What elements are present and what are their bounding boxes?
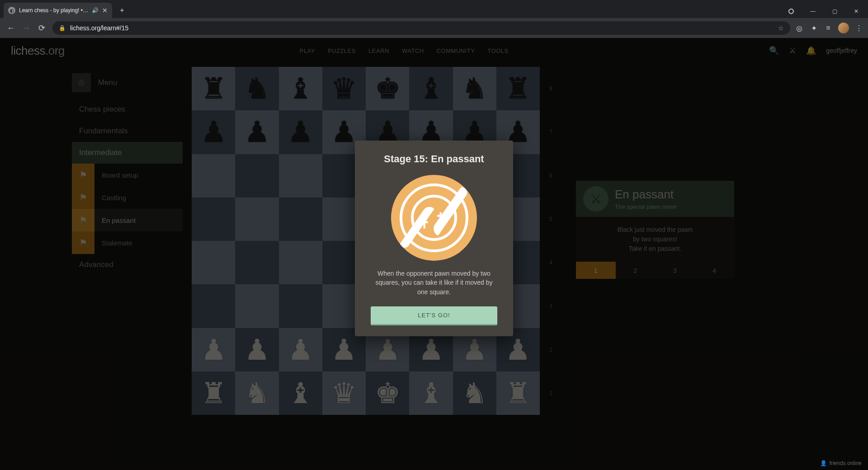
rank-label: 6	[549, 173, 552, 179]
square-c5[interactable]	[279, 197, 322, 241]
rank-label: 2	[549, 347, 552, 353]
level-tab-2[interactable]: 2	[616, 262, 656, 279]
incognito-icon[interactable]	[781, 5, 801, 18]
board-setup-icon: ⚑	[72, 164, 94, 186]
square-b5[interactable]	[235, 197, 278, 241]
reload-button[interactable]: ⟳	[35, 22, 48, 34]
extension-icon-1[interactable]: ◎	[795, 24, 804, 33]
close-tab-icon[interactable]: ✕	[102, 7, 108, 14]
square-a7[interactable]: ♟	[192, 110, 235, 154]
window-controls: — ▢ ✕	[781, 5, 868, 18]
page: lichess.org PLAYPUZZLESLEARNWATCHCOMMUNI…	[0, 38, 868, 470]
square-c7[interactable]: ♟	[279, 110, 322, 154]
piece-p: ♟	[288, 118, 313, 146]
piece-P: ♟	[505, 335, 531, 364]
lesson-castling[interactable]: ⚑Castling	[72, 186, 183, 209]
lets-go-button[interactable]: LET'S GO!	[371, 306, 497, 325]
square-a2[interactable]: ♟	[192, 328, 235, 371]
square-c3[interactable]	[279, 284, 322, 328]
site-logo[interactable]: lichess.org	[11, 44, 65, 58]
piece-p: ♟	[244, 118, 270, 146]
square-a8[interactable]: ♜	[192, 67, 235, 110]
forward-button[interactable]: →	[20, 22, 33, 34]
piece-P: ♟	[462, 335, 487, 364]
browser-tab[interactable]: ◐ Learn chess - by playing! • lic 🔊 ✕	[4, 3, 112, 18]
lesson-stalemate[interactable]: ⚑Stalemate	[72, 231, 183, 254]
square-e8[interactable]: ♚	[366, 67, 409, 110]
square-f1[interactable]: ♝	[409, 371, 453, 415]
square-c1[interactable]: ♝	[279, 371, 322, 415]
piece-p: ♟	[201, 118, 226, 146]
nav-item-watch[interactable]: WATCH	[402, 47, 424, 54]
nav-item-community[interactable]: COMMUNITY	[437, 47, 475, 54]
lesson-label: Castling	[102, 194, 126, 202]
level-tab-3[interactable]: 3	[655, 262, 695, 279]
learn-sidebar: ♔ Menu Chess piecesFundamentalsIntermedi…	[11, 63, 183, 470]
castling-icon: ⚑	[72, 186, 94, 209]
square-c6[interactable]	[279, 154, 322, 197]
square-a1[interactable]: ♜	[192, 371, 235, 415]
square-c2[interactable]: ♟	[279, 328, 322, 371]
nav-item-play[interactable]: PLAY	[300, 47, 315, 54]
square-g1[interactable]: ♞	[453, 371, 496, 415]
category-advanced[interactable]: Advanced	[72, 254, 183, 276]
square-h8[interactable]: ♜	[496, 67, 540, 110]
audio-icon[interactable]: 🔊	[92, 7, 99, 14]
square-e1[interactable]: ♚	[366, 371, 409, 415]
nav-item-puzzles[interactable]: PUZZLES	[328, 47, 356, 54]
minimize-button[interactable]: —	[803, 5, 823, 18]
square-a3[interactable]	[192, 284, 235, 328]
stage-icon: ✝ ✝	[391, 175, 477, 261]
square-f8[interactable]: ♝	[409, 67, 453, 110]
challenge-icon[interactable]: ⚔	[789, 46, 796, 56]
level-tab-4[interactable]: 4	[695, 262, 735, 279]
profile-avatar[interactable]	[838, 23, 849, 33]
friends-online[interactable]: 👤 friends online	[820, 460, 862, 466]
square-g8[interactable]: ♞	[453, 67, 496, 110]
reading-list-icon[interactable]: ≡	[824, 24, 833, 33]
lesson-label: Board setup	[102, 171, 138, 179]
url-input[interactable]: 🔒 lichess.org/learn#/15 ☆	[52, 21, 790, 35]
address-bar: ← → ⟳ 🔒 lichess.org/learn#/15 ☆ ◎ ✦ ≡ ⋮	[0, 18, 868, 38]
square-a5[interactable]	[192, 197, 235, 241]
square-a6[interactable]	[192, 154, 235, 197]
square-b6[interactable]	[235, 154, 278, 197]
square-b7[interactable]: ♟	[235, 110, 278, 154]
tab-title: Learn chess - by playing! • lic	[19, 7, 88, 14]
category-chess-pieces[interactable]: Chess pieces	[72, 99, 183, 120]
search-icon[interactable]: 🔍	[769, 46, 779, 56]
menu-heading[interactable]: ♔ Menu	[72, 67, 183, 99]
nav-item-learn[interactable]: LEARN	[368, 47, 389, 54]
square-b8[interactable]: ♞	[235, 67, 278, 110]
star-icon[interactable]: ☆	[778, 24, 784, 32]
square-d1[interactable]: ♛	[322, 371, 366, 415]
new-tab-button[interactable]: +	[116, 4, 128, 17]
nav-item-tools[interactable]: TOOLS	[487, 47, 508, 54]
bell-icon[interactable]: 🔔	[806, 46, 816, 56]
maximize-button[interactable]: ▢	[825, 5, 844, 18]
square-h1[interactable]: ♜	[496, 371, 540, 415]
square-c8[interactable]: ♝	[279, 67, 322, 110]
username-link[interactable]: geoffjeffrey	[826, 47, 857, 54]
user-icon: 👤	[820, 460, 827, 466]
tab-bar: ◐ Learn chess - by playing! • lic 🔊 ✕ + …	[0, 0, 868, 18]
square-a4[interactable]	[192, 241, 235, 284]
level-tab-1[interactable]: 1	[576, 262, 616, 279]
rank-label: 1	[549, 390, 552, 396]
close-window-button[interactable]: ✕	[846, 5, 866, 18]
browser-menu-icon[interactable]: ⋮	[854, 24, 863, 33]
extensions-icon[interactable]: ✦	[809, 24, 818, 33]
browser-chrome: ◐ Learn chess - by playing! • lic 🔊 ✕ + …	[0, 0, 868, 38]
square-c4[interactable]	[279, 241, 322, 284]
square-b3[interactable]	[235, 284, 278, 328]
square-b2[interactable]: ♟	[235, 328, 278, 371]
square-d8[interactable]: ♛	[322, 67, 366, 110]
square-b4[interactable]	[235, 241, 278, 284]
lesson-en-passant[interactable]: ⚑En passant	[72, 209, 183, 231]
back-button[interactable]: ←	[5, 22, 17, 34]
category-fundamentals[interactable]: Fundamentals	[72, 120, 183, 142]
lesson-board-setup[interactable]: ⚑Board setup	[72, 164, 183, 186]
square-b1[interactable]: ♞	[235, 371, 278, 415]
category-intermediate[interactable]: Intermediate	[72, 142, 183, 164]
piece-P: ♟	[288, 335, 313, 364]
